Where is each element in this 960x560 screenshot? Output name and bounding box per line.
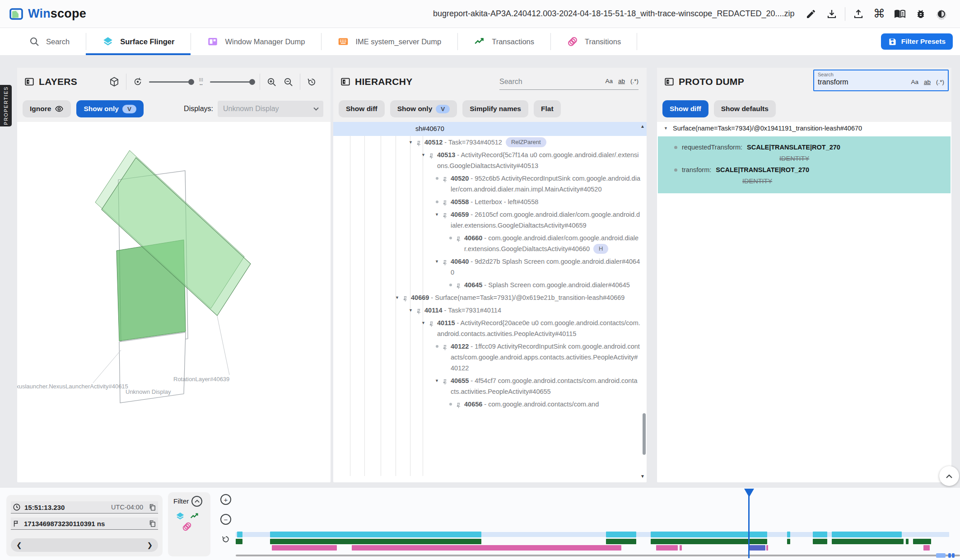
trace-segment-transitions[interactable] [680, 545, 682, 551]
trace-segment-transactions[interactable] [813, 539, 827, 544]
pin-icon[interactable] [429, 151, 434, 159]
timeline-zoom-out-icon[interactable]: − [220, 514, 231, 525]
expand-timeline-button[interactable] [939, 466, 959, 486]
pin-icon[interactable] [443, 342, 447, 351]
scrollbar-thumb[interactable] [948, 553, 951, 558]
trace-segment-surface-flinger[interactable] [237, 532, 242, 537]
match-word-icon[interactable]: ab [618, 78, 625, 84]
tree-node-40660[interactable]: 40660 - com.google.android.dialer/com.go… [333, 232, 647, 255]
hierarchy-search-input[interactable]: Search Aa ab (.*) [499, 74, 638, 90]
trace-segment-transitions[interactable] [656, 545, 678, 551]
pin-icon[interactable] [456, 400, 461, 409]
regex-icon[interactable]: (.*) [630, 78, 638, 84]
collapse-arrow-icon[interactable]: ▼ [433, 209, 440, 220]
hierarchy-simplify-names-button[interactable]: Simplify names [462, 100, 528, 117]
collapse-arrow-icon[interactable]: ▼ [407, 137, 414, 148]
pin-icon[interactable] [443, 377, 447, 385]
tree-node-40645[interactable]: 40645 - Splash Screen com.google.android… [333, 279, 647, 291]
hierarchy-show-only-button[interactable]: Show onlyV [390, 100, 457, 117]
tab-search[interactable]: Search [13, 28, 86, 55]
spacing-slider[interactable] [210, 81, 253, 83]
trace-segment-transactions[interactable] [832, 539, 904, 544]
tree-node-40655[interactable]: ▼40655 - 4f54cf7 com.google.android.cont… [333, 374, 647, 398]
trace-segment-transactions[interactable] [651, 539, 767, 544]
pin-icon[interactable] [456, 281, 461, 289]
collapse-arrow-icon[interactable]: ▼ [433, 256, 440, 267]
tree-node-40513[interactable]: ▼40513 - ActivityRecord{5c7f14a u0 com.g… [333, 149, 647, 172]
copy-time-icon[interactable] [149, 504, 156, 511]
tree-node-40669[interactable]: ▼40669 - Surface(name=Task=7931)/@0x619e… [333, 291, 647, 304]
collapse-arrow-icon[interactable]: ▼ [420, 317, 427, 328]
pin-icon[interactable] [443, 198, 447, 206]
tab-ime-system-server-dump[interactable]: IME system_server Dump [321, 28, 457, 55]
reset-zoom-icon[interactable] [307, 77, 317, 87]
copy-ns-icon[interactable] [149, 520, 156, 527]
proto-search-input[interactable]: Search transform Aa ab (.*) [813, 70, 949, 91]
pin-icon[interactable] [443, 174, 447, 183]
trace-segment-surface-flinger[interactable] [606, 532, 636, 537]
match-word-icon[interactable]: ab [924, 79, 931, 85]
trace-segment-transactions[interactable] [906, 539, 909, 544]
transactions-track-icon[interactable] [190, 511, 200, 521]
tab-transitions[interactable]: Transitions [550, 28, 637, 55]
proto-show-defaults-button[interactable]: Show defaults [714, 100, 776, 117]
pin-icon[interactable] [403, 294, 408, 302]
layers-3d-view[interactable]: RotationLayer#40639 exuslauncher.NexusLa… [17, 122, 331, 482]
match-case-icon[interactable]: Aa [911, 79, 918, 85]
timeline-cursor-line[interactable] [748, 489, 750, 558]
trace-segment-surface-flinger[interactable] [832, 532, 902, 537]
tree-node-40512[interactable]: ▼40512 - Task=7934#40512RelZParent [333, 136, 647, 149]
regex-icon[interactable]: (.*) [936, 79, 944, 85]
human-time-field[interactable]: 15:51:13.230 UTC-04:00 [11, 501, 158, 513]
collapse-filter-icon[interactable] [191, 496, 202, 507]
tree-node-40640[interactable]: ▼40640 - 9d2d27b Splash Screen com.googl… [333, 255, 647, 279]
surface-flinger-track-icon[interactable] [175, 511, 185, 521]
layers-ignore-button[interactable]: Ignore [23, 100, 71, 117]
upload-new-trace-icon[interactable] [848, 5, 869, 23]
trace-segment-transactions[interactable] [787, 539, 790, 544]
pin-icon[interactable] [443, 257, 447, 266]
proto-show-diff-button[interactable]: Show diff [662, 100, 708, 117]
pin-icon[interactable] [429, 319, 434, 327]
scroll-up-icon[interactable]: ▲ [640, 124, 645, 129]
edit-filename-icon[interactable] [801, 5, 821, 23]
match-case-icon[interactable]: Aa [605, 78, 613, 84]
trace-segment-surface-flinger[interactable] [651, 532, 767, 537]
download-traces-icon[interactable] [821, 5, 842, 23]
displays-dropdown[interactable]: Unknown Display [218, 101, 323, 117]
trace-segment-transactions[interactable] [606, 539, 636, 544]
tab-surface-flinger[interactable]: Surface Flinger [86, 28, 191, 55]
trace-segment-transitions[interactable] [352, 545, 621, 551]
scrollbar-thumb[interactable] [952, 553, 955, 558]
trace-segment-transitions[interactable] [272, 545, 337, 551]
tree-node-40659[interactable]: ▼40659 - 26105cf com.google.android.dial… [333, 208, 647, 232]
proto-property-requestedTransform[interactable]: requestedTransform:SCALE|TRANSLATE|ROT_2… [674, 142, 947, 153]
layers-show-only-button[interactable]: Show onlyV [76, 100, 144, 117]
next-entry-icon[interactable]: ❯ [147, 541, 153, 549]
shading-mode-icon[interactable] [109, 76, 120, 87]
report-bug-icon[interactable] [910, 5, 931, 23]
trace-segment-transactions[interactable] [913, 539, 931, 544]
zoom-in-icon[interactable] [266, 77, 277, 87]
keyboard-shortcuts-icon[interactable]: ⌘ [869, 5, 890, 23]
tree-node-40520[interactable]: 40520 - 952c6b5 ActivityRecordInputSink … [333, 172, 647, 196]
collapse-arrow-icon[interactable]: ▼ [662, 126, 669, 131]
pin-icon[interactable] [443, 210, 447, 219]
selected-trace-segment[interactable] [749, 545, 765, 551]
documentation-icon[interactable] [890, 5, 910, 23]
scroll-down-icon[interactable]: ▼ [640, 474, 645, 479]
pin-icon[interactable] [456, 234, 461, 243]
theme-toggle-icon[interactable] [931, 5, 952, 23]
zoom-out-icon[interactable] [283, 77, 294, 87]
collapse-arrow-icon[interactable]: ▼ [394, 292, 401, 303]
collapse-arrow-icon[interactable]: ▼ [407, 305, 414, 316]
properties-side-tab[interactable]: PROPERTIES [0, 85, 12, 126]
trace-segment-transitions[interactable] [923, 545, 930, 551]
proto-property-transform[interactable]: transform:SCALE|TRANSLATE|ROT_270 [674, 164, 947, 175]
filter-presets-button[interactable]: Filter Presets [881, 33, 953, 50]
pin-icon[interactable] [416, 138, 421, 147]
tree-node-selected[interactable]: sh#40670 [333, 122, 647, 136]
collapse-arrow-icon[interactable]: ▼ [433, 375, 440, 386]
tab-window-manager-dump[interactable]: Window Manager Dump [191, 28, 321, 55]
transitions-track-icon[interactable] [182, 521, 192, 532]
